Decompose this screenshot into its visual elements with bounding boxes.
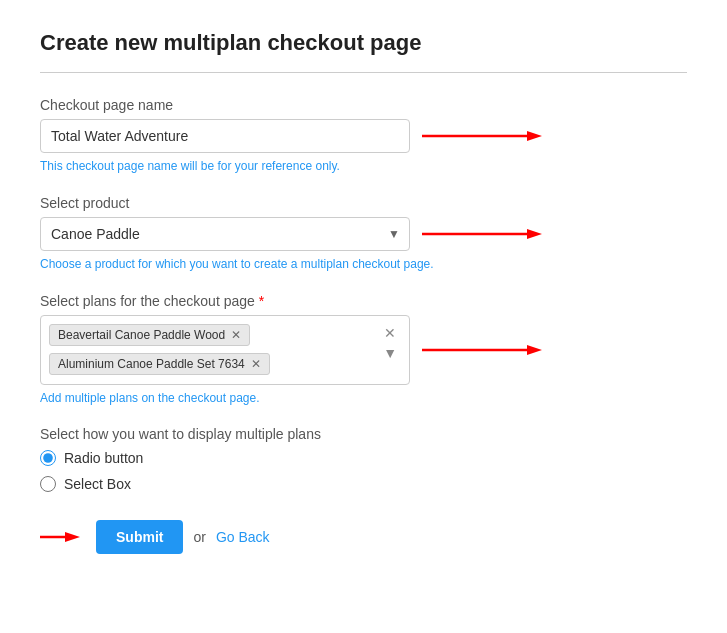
plan-tag-1: Beavertail Canoe Paddle Wood ✕ [49,324,250,346]
select-product-row: Canoe Paddle Kayak Paddle Board ▼ [40,217,687,251]
submit-button[interactable]: Submit [96,520,183,554]
plan-tag-2-remove[interactable]: ✕ [251,358,261,370]
checkout-name-label: Checkout page name [40,97,687,113]
select-product-section: Select product Canoe Paddle Kayak Paddle… [40,195,687,273]
plan-tag-1-label: Beavertail Canoe Paddle Wood [58,328,225,342]
select-plans-row: Beavertail Canoe Paddle Wood ✕ Aluminium… [40,315,687,385]
radio-input-radio-button[interactable] [40,450,56,466]
svg-marker-3 [527,229,542,239]
product-select[interactable]: Canoe Paddle Kayak Paddle Board [40,217,410,251]
arrow-plans [422,340,542,360]
radio-group: Radio button Select Box [40,450,687,492]
select-product-hint: Choose a product for which you want to c… [40,256,687,273]
radio-label-select-box: Select Box [64,476,131,492]
radio-input-select-box[interactable] [40,476,56,492]
checkout-name-input[interactable] [40,119,410,153]
display-options-section: Select how you want to display multiple … [40,426,687,492]
display-options-label: Select how you want to display multiple … [40,426,687,442]
select-product-label: Select product [40,195,687,211]
radio-label-radio-button: Radio button [64,450,143,466]
submit-row: Submit or Go Back [40,520,687,554]
plan-tag-2-label: Aluminium Canoe Paddle Set 7634 [58,357,245,371]
arrow-product [422,224,542,244]
checkout-name-hint: This checkout page name will be for your… [40,158,687,175]
checkout-name-row [40,119,687,153]
svg-marker-5 [527,345,542,355]
svg-marker-7 [65,532,80,542]
multiselect-clear-btn[interactable]: ✕ [379,324,401,342]
arrow-checkout-name [422,126,542,146]
go-back-link[interactable]: Go Back [216,529,270,545]
product-select-wrapper: Canoe Paddle Kayak Paddle Board ▼ [40,217,410,251]
page-title: Create new multiplan checkout page [40,30,687,56]
plan-tag-2: Aluminium Canoe Paddle Set 7634 ✕ [49,353,270,375]
arrow-submit [40,527,80,547]
or-text: or [193,529,205,545]
required-marker: * [259,293,264,309]
select-plans-label: Select plans for the checkout page* [40,293,687,309]
radio-item-radio-button[interactable]: Radio button [40,450,687,466]
plans-multiselect[interactable]: Beavertail Canoe Paddle Wood ✕ Aluminium… [40,315,410,385]
checkout-name-section: Checkout page name This checkout page na… [40,97,687,175]
plan-tag-1-remove[interactable]: ✕ [231,329,241,341]
select-plans-section: Select plans for the checkout page* Beav… [40,293,687,407]
svg-marker-1 [527,131,542,141]
multiselect-controls: ✕ ▼ [379,324,401,362]
radio-item-select-box[interactable]: Select Box [40,476,687,492]
multiselect-dropdown-btn[interactable]: ▼ [379,344,401,362]
select-plans-hint: Add multiple plans on the checkout page. [40,390,687,407]
title-divider [40,72,687,73]
